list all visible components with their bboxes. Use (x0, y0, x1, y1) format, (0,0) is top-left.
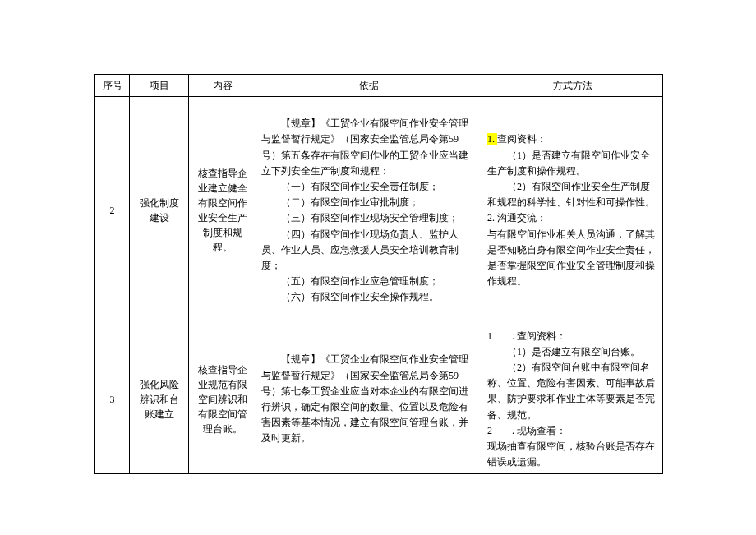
table-header: 序号 项目 内容 依据 方式方法 (95, 75, 663, 97)
method-item: （2）有限空间作业安全生产制度和规程的科学性、针对性和可操作性。 (487, 179, 657, 210)
method-item: （1）是否建立有限空间作业安全生产制度和操作规程。 (487, 148, 657, 179)
cell-method: 1 . 查阅资料： （1）是否建立有限空间台账。 （2）有限空间台账中有限空间名… (482, 325, 663, 474)
table-row: 3 强化风险辨识和台账建立 核查指导企业规范有限空间辨识和有限空间管理台账。 【… (95, 325, 663, 474)
basis-item: （五）有限空间作业应急管理制度； (261, 274, 477, 289)
cell-item: 强化风险辨识和台账建立 (130, 325, 189, 474)
method-heading: 2. 沟通交流： (487, 210, 657, 226)
table-row: 2 强化制度建设 核查指导企业建立健全有限空间作业安全生产制度和规程。 【规章】… (95, 97, 663, 325)
header-item: 项目 (130, 75, 189, 97)
method-heading: 1. 查阅资料： (487, 131, 657, 147)
basis-item: （三）有限空间作业现场安全管理制度； (261, 210, 477, 226)
cell-seq: 3 (95, 325, 130, 474)
method-heading: 1 . 查阅资料： (487, 329, 657, 344)
method-item: 现场抽查有限空间，核验台账是否存在错误或遗漏。 (487, 439, 657, 470)
basis-item: （二）有限空间作业审批制度； (261, 195, 477, 210)
cell-content: 核查指导企业建立健全有限空间作业安全生产制度和规程。 (189, 97, 256, 325)
header-method: 方式方法 (482, 75, 663, 97)
header-basis: 依据 (256, 75, 482, 97)
cell-seq: 2 (95, 97, 130, 325)
method-heading: 2 . 现场查看： (487, 423, 657, 439)
method-item: （1）是否建立有限空间台账。 (487, 344, 657, 360)
basis-item: （四）有限空间作业现场负责人、监护人员、作业人员、应急救援人员安全培训教育制度； (261, 227, 477, 274)
header-content: 内容 (189, 75, 256, 97)
cell-basis: 【规章】《工贸企业有限空间作业安全管理与监督暂行规定》（国家安全监管总局令第59… (256, 325, 482, 474)
method-item: 与有限空间作业相关人员沟通，了解其是否知晓自身有限空间作业安全责任，是否掌握限空… (487, 227, 657, 290)
cell-content: 核查指导企业规范有限空间辨识和有限空间管理台账。 (189, 325, 256, 474)
basis-intro: 【规章】《工贸企业有限空间作业安全管理与监督暂行规定》（国家安全监管总局令第59… (261, 116, 477, 179)
cell-basis: 【规章】《工贸企业有限空间作业安全管理与监督暂行规定》（国家安全监管总局令第59… (256, 97, 482, 325)
method-item: （2）有限空间台账中有限空间名称、位置、危险有害因素、可能事故后果、防护要求和作… (487, 360, 657, 423)
cell-item: 强化制度建设 (130, 97, 189, 325)
inspection-table: 序号 项目 内容 依据 方式方法 2 强化制度建设 核查指导企业建立健全有限空间… (94, 74, 663, 474)
cell-method: 1. 查阅资料： （1）是否建立有限空间作业安全生产制度和操作规程。 （2）有限… (482, 97, 663, 325)
basis-item: （一）有限空间作业安全责任制度； (261, 179, 477, 195)
highlight-text: 1. (487, 133, 497, 145)
basis-intro: 【规章】《工贸企业有限空间作业安全管理与监督暂行规定》（国家安全监管总局令第59… (261, 352, 477, 446)
header-seq: 序号 (95, 75, 130, 97)
basis-item: （六）有限空间作业安全操作规程。 (261, 289, 477, 305)
